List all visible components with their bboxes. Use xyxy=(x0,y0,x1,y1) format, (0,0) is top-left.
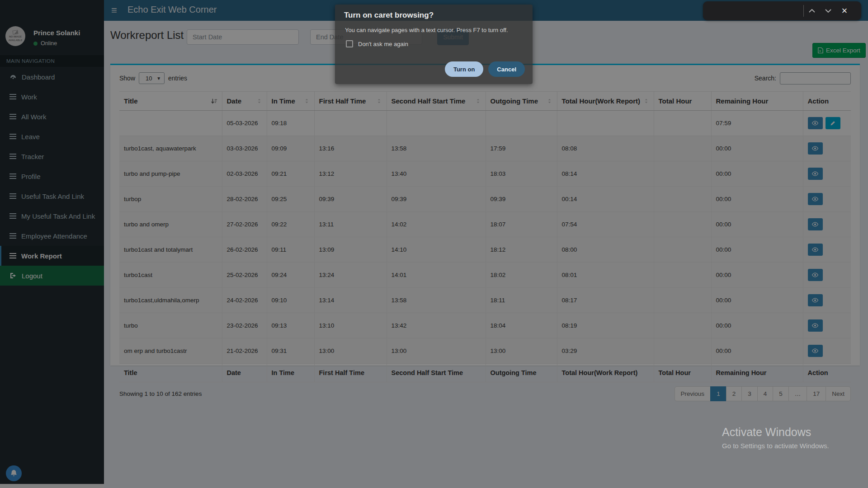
find-input[interactable] xyxy=(708,5,803,17)
checkbox-unchecked-icon[interactable] xyxy=(346,40,353,47)
dont-ask-again-label: Don't ask me again xyxy=(358,41,408,47)
activate-windows-watermark: Activate Windows Go to Settings to activ… xyxy=(722,426,829,450)
turn-on-button[interactable]: Turn on xyxy=(445,61,483,77)
cancel-button[interactable]: Cancel xyxy=(488,61,525,77)
find-next-button[interactable] xyxy=(820,1,836,20)
caret-browsing-dialog: Turn on caret browsing? You can navigate… xyxy=(335,5,533,84)
close-icon: × xyxy=(842,6,848,16)
chevron-down-icon xyxy=(825,9,831,13)
dialog-body-text: You can navigate pages with a text curso… xyxy=(345,27,508,33)
application-window: NO IMAGE AVAILABLE Prince Solanki Online… xyxy=(0,0,868,488)
find-previous-button[interactable] xyxy=(804,1,820,20)
watermark-line2: Go to Settings to activate Windows. xyxy=(722,442,829,450)
chevron-up-icon xyxy=(809,9,815,13)
dialog-title: Turn on caret browsing? xyxy=(344,11,434,20)
dont-ask-again-option[interactable]: Don't ask me again xyxy=(346,40,408,47)
find-close-button[interactable]: × xyxy=(836,1,853,20)
watermark-line1: Activate Windows xyxy=(722,426,829,439)
find-in-page-bar: × xyxy=(703,1,861,20)
